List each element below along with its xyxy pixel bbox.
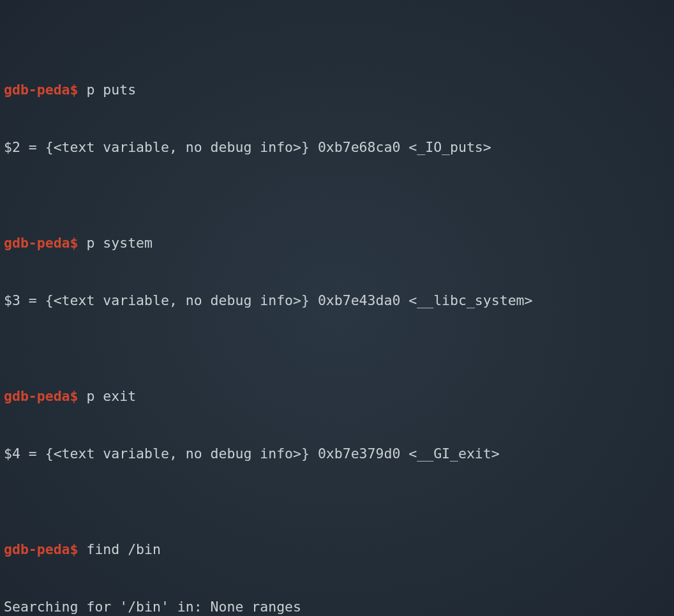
prompt-line: gdb-peda$ p system [4, 234, 670, 253]
address: 0xb7e379d0 [318, 446, 400, 462]
symbol-name: _IO_puts [417, 139, 483, 155]
symbol-result: $4 = {<text variable, no debug info>} 0x… [4, 444, 670, 463]
command: p exit [86, 388, 136, 404]
symbol-name: __GI_exit [417, 446, 491, 462]
symbol-result: $3 = {<text variable, no debug info>} 0x… [4, 291, 670, 310]
symbol-name: __libc_system [417, 292, 524, 308]
command: p puts [86, 82, 136, 98]
address: 0xb7e68ca0 [318, 139, 400, 155]
search-header: Searching for '/bin' in: None ranges [4, 597, 670, 616]
command: find /bin [86, 541, 161, 557]
address: 0xb7e43da0 [318, 292, 400, 308]
prompt: gdb-peda$ [4, 82, 79, 98]
prompt-line: gdb-peda$ p exit [4, 387, 670, 406]
prompt-line: gdb-peda$ find /bin [4, 540, 670, 559]
prompt: gdb-peda$ [4, 388, 79, 404]
command: p system [86, 235, 153, 251]
prompt-line: gdb-peda$ p puts [4, 80, 670, 100]
symbol-result: $2 = {<text variable, no debug info>} 0x… [4, 138, 670, 157]
prompt: gdb-peda$ [4, 235, 79, 251]
terminal[interactable]: gdb-peda$ p puts $2 = {<text variable, n… [0, 0, 674, 616]
prompt: gdb-peda$ [4, 541, 79, 557]
